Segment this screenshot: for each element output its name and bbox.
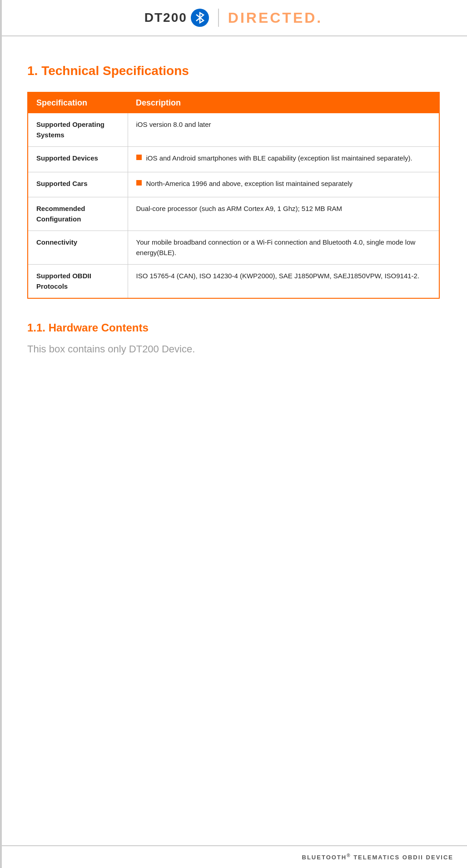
subsection-title: 1.1. Hardware Contents	[27, 321, 440, 334]
section1-title: 1. Technical Specifications	[27, 64, 440, 78]
footer-suffix: TELEMATICS OBDII DEVICE	[351, 854, 453, 861]
bullet-list-1: iOS and Android smartphones with BLE cap…	[136, 153, 431, 164]
spec-cell-0: Supported Operating Systems	[28, 113, 128, 147]
logo-area: DT200 DIRECTED.	[144, 9, 323, 27]
box-contains-text: This box contains only DT200 Device.	[27, 343, 440, 355]
specs-table: Specification Description Supported Oper…	[27, 92, 440, 299]
table-row: Recommended ConfigurationDual-core proce…	[28, 197, 439, 231]
box-contains-prefix: This box contains	[27, 343, 105, 355]
directed-logo: DIRECTED.	[228, 10, 323, 26]
bullet-square-icon	[136, 180, 142, 186]
col-desc-header: Description	[128, 92, 439, 113]
desc-cell-3: Dual-core processor (such as ARM Cortex …	[128, 197, 439, 231]
desc-cell-1: iOS and Android smartphones with BLE cap…	[128, 147, 439, 172]
footer-text: BLUETOOTH® TELEMATICS OBDII DEVICE	[302, 853, 453, 861]
desc-cell-0: iOS version 8.0 and later	[128, 113, 439, 147]
page-footer: BLUETOOTH® TELEMATICS OBDII DEVICE	[0, 845, 467, 868]
list-item-text: North-America 1996 and above, exception …	[146, 179, 353, 189]
bluetooth-icon	[191, 9, 209, 27]
bullet-square-icon	[136, 155, 142, 160]
desc-cell-4: Your mobile broadband connection or a Wi…	[128, 231, 439, 265]
main-content: 1. Technical Specifications Specificatio…	[0, 36, 467, 391]
page-header: DT200 DIRECTED.	[0, 0, 467, 36]
footer-bluetooth: BLUETOOTH	[302, 854, 347, 861]
list-item: North-America 1996 and above, exception …	[136, 179, 431, 189]
desc-cell-5: ISO 15765-4 (CAN), ISO 14230-4 (KWP2000)…	[128, 265, 439, 299]
spec-cell-2: Supported Cars	[28, 172, 128, 197]
footer-superscript: ®	[347, 853, 351, 858]
bullet-list-2: North-America 1996 and above, exception …	[136, 179, 431, 189]
table-row: ConnectivityYour mobile broadband connec…	[28, 231, 439, 265]
col-spec-header: Specification	[28, 92, 128, 113]
table-row: Supported DevicesiOS and Android smartph…	[28, 147, 439, 172]
dt200-logo: DT200	[144, 9, 219, 27]
left-border	[0, 0, 2, 868]
spec-cell-3: Recommended Configuration	[28, 197, 128, 231]
spec-cell-4: Connectivity	[28, 231, 128, 265]
box-contains-suffix: only DT200 Device.	[108, 343, 195, 355]
table-row: Supported CarsNorth-America 1996 and abo…	[28, 172, 439, 197]
table-header-row: Specification Description	[28, 92, 439, 113]
table-row: Supported OBDII ProtocolsISO 15765-4 (CA…	[28, 265, 439, 299]
list-item: iOS and Android smartphones with BLE cap…	[136, 153, 431, 164]
list-item-text: iOS and Android smartphones with BLE cap…	[146, 153, 412, 164]
desc-cell-2: North-America 1996 and above, exception …	[128, 172, 439, 197]
spec-cell-1: Supported Devices	[28, 147, 128, 172]
table-row: Supported Operating SystemsiOS version 8…	[28, 113, 439, 147]
dt200-text: DT200	[144, 10, 187, 25]
spec-cell-5: Supported OBDII Protocols	[28, 265, 128, 299]
